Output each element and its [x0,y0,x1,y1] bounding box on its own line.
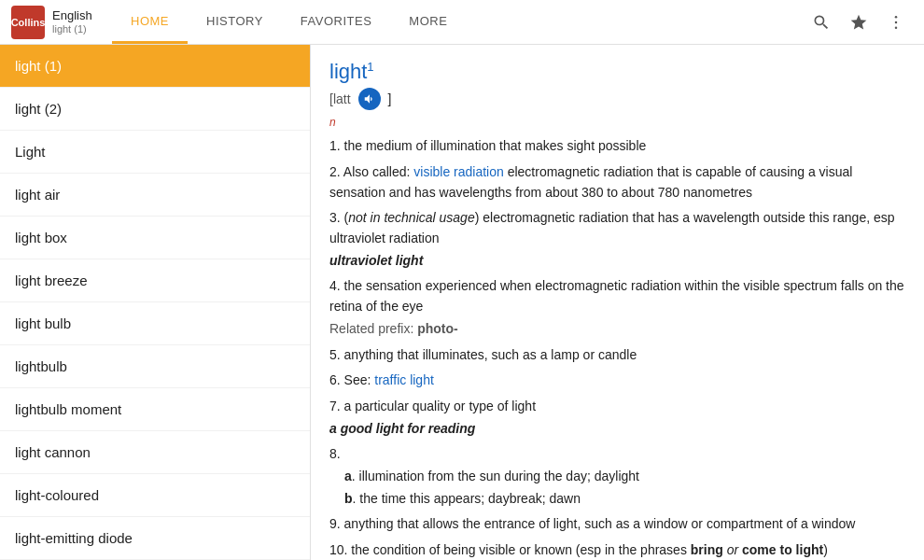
definition-8: 8. a. illumination from the sun during t… [329,444,905,509]
definition-5: 5. anything that illuminates, such as a … [329,345,905,366]
sidebar-item-light-2[interactable]: light (2) [0,88,310,131]
sidebar-item-lightbulb[interactable]: lightbulb [0,345,310,388]
definition-8b: b. the time this appears; daybreak; dawn [329,489,905,510]
nav-tab-more[interactable]: MORE [390,0,466,44]
logo-text: English light (1) [52,8,92,35]
svg-point-1 [895,21,898,23]
definition-2: 2. Also called: visible radiation electr… [329,162,905,203]
sidebar-item-light-breeze[interactable]: light breeze [0,259,310,302]
definition-10: 10. the condition of being visible or kn… [329,540,905,560]
logo-subtitle: light (1) [52,23,92,35]
sidebar-item-light-box[interactable]: light box [0,217,310,259]
svg-point-0 [895,15,898,18]
part-of-speech: n [329,116,336,129]
definition-4: 4. the sensation experienced when electr… [329,276,905,339]
nav-tab-favorites[interactable]: FAVORITES [282,0,391,44]
sidebar-item-light-cannon[interactable]: light cannon [0,431,310,474]
sidebar-item-light-emitting-diode[interactable]: light-emitting diode [0,517,310,560]
example-3: ultraviolet light [329,251,905,272]
definition-8a: a. illumination from the sun during the … [329,467,905,487]
sidebar: light (1) light (2) Light light air ligh… [0,45,311,560]
entry-content: light1 [latt ] n 1. the medium of illumi… [311,45,924,560]
sidebar-item-lightbulb-moment[interactable]: lightbulb moment [0,388,310,431]
nav-tab-history[interactable]: HISTORY [188,0,282,44]
audio-button[interactable] [358,88,381,110]
sidebar-item-light-air[interactable]: light air [0,174,310,217]
entry-word: light1 [329,60,905,84]
favorites-button[interactable] [842,6,875,39]
link-visible-radiation[interactable]: visible radiation [413,164,504,179]
app-header: Collins English light (1) HOME HISTORY F… [0,0,924,45]
sidebar-item-light-bulb[interactable]: light bulb [0,302,310,345]
definition-1: 1. the medium of illumination that makes… [329,136,905,157]
entry-phonetic: [latt ] [329,88,905,110]
definition-6: 6. See: traffic light [329,371,905,391]
sidebar-item-Light[interactable]: Light [0,131,310,174]
nav-tab-home[interactable]: HOME [112,0,188,44]
definition-7: 7. a particular quality or type of light… [329,397,905,439]
sidebar-item-light-1[interactable]: light (1) [0,45,310,88]
link-traffic-light[interactable]: traffic light [374,372,434,387]
header-actions [805,6,924,39]
definition-3: 3. (not in technical usage) electromagne… [329,208,905,271]
svg-point-2 [895,26,898,29]
collins-logo-icon: Collins [11,6,45,39]
app-logo: Collins English light (1) [0,6,112,39]
logo-language: English [52,8,92,23]
example-7: a good light for reading [329,419,905,440]
phonetic-text: [latt [329,91,351,106]
sidebar-item-light-coloured[interactable]: light-coloured [0,474,310,517]
main-nav: HOME HISTORY FAVORITES MORE [112,0,805,44]
definition-9: 9. anything that allows the entrance of … [329,514,905,535]
more-options-button[interactable] [879,6,913,39]
related-prefix: Related prefix: photo- [329,319,905,340]
main-content: light (1) light (2) Light light air ligh… [0,45,924,560]
search-button[interactable] [805,6,838,39]
